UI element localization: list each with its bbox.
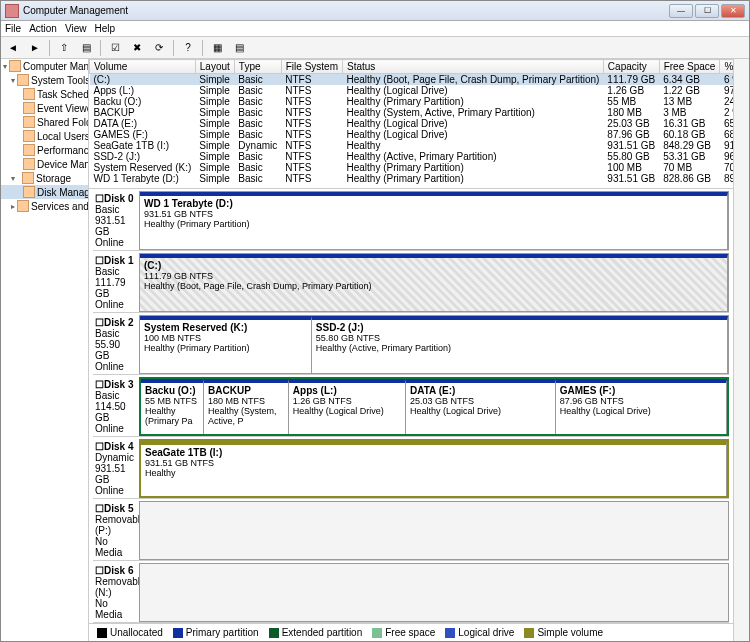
toolbar: ◄ ► ⇧ ▤ ☑ ✖ ⟳ ? ▦ ▤: [1, 37, 749, 59]
volume-row[interactable]: SeaGate 1TB (I:)SimpleDynamicNTFSHealthy…: [90, 140, 734, 151]
disk-info[interactable]: ☐Disk 6Removable (N:)No Media: [93, 563, 139, 622]
volume-row[interactable]: Backu (O:)SimpleBasicNTFSHealthy (Primar…: [90, 96, 734, 107]
volume-row[interactable]: System Reserved (K:)SimpleBasicNTFSHealt…: [90, 162, 734, 173]
volume-row[interactable]: DATA (E:)SimpleBasicNTFSHealthy (Logical…: [90, 118, 734, 129]
column-header[interactable]: Type: [234, 60, 281, 74]
column-header[interactable]: Free Space: [659, 60, 720, 74]
partition[interactable]: Backu (O:)55 MB NTFSHealthy (Primary Pa: [141, 379, 204, 434]
disk-info[interactable]: ☐Disk 1Basic111.79 GBOnline: [93, 253, 139, 312]
forward-button[interactable]: ►: [25, 39, 45, 57]
partition[interactable]: DATA (E:)25.03 GB NTFSHealthy (Logical D…: [406, 379, 556, 434]
legend-item: Unallocated: [97, 627, 163, 638]
tree-item[interactable]: Performance: [1, 143, 88, 157]
show-hide-tree-button[interactable]: ▤: [76, 39, 96, 57]
volume-row[interactable]: Apps (L:)SimpleBasicNTFSHealthy (Logical…: [90, 85, 734, 96]
tree-root[interactable]: ▾Computer Management (Local): [1, 59, 88, 73]
column-header[interactable]: Layout: [195, 60, 234, 74]
menu-file[interactable]: File: [5, 23, 21, 34]
tree-item[interactable]: ▾System Tools: [1, 73, 88, 87]
disk-graphical-view[interactable]: ☐Disk 0Basic931.51 GBOnlineWD 1 Terabyte…: [89, 189, 733, 623]
tree-item[interactable]: Shared Folders: [1, 115, 88, 129]
column-header[interactable]: File System: [281, 60, 342, 74]
view-list-icon[interactable]: ▦: [207, 39, 227, 57]
tree-item[interactable]: Task Scheduler: [1, 87, 88, 101]
tree-item[interactable]: Disk Management: [1, 185, 88, 199]
tree-item[interactable]: Local Users and Groups: [1, 129, 88, 143]
maximize-button[interactable]: ☐: [695, 4, 719, 18]
legend-item: Simple volume: [524, 627, 603, 638]
close-button[interactable]: ✕: [721, 4, 745, 18]
tree-item[interactable]: Device Manager: [1, 157, 88, 171]
app-icon: [5, 4, 19, 18]
partition[interactable]: Apps (L:)1.26 GB NTFSHealthy (Logical Dr…: [289, 379, 406, 434]
disk-info[interactable]: ☐Disk 2Basic55.90 GBOnline: [93, 315, 139, 374]
disk-info[interactable]: ☐Disk 5Removable (P:)No Media: [93, 501, 139, 560]
menu-help[interactable]: Help: [94, 23, 115, 34]
menu-view[interactable]: View: [65, 23, 87, 34]
back-button[interactable]: ◄: [3, 39, 23, 57]
disk-info[interactable]: ☐Disk 0Basic931.51 GBOnline: [93, 191, 139, 250]
column-header[interactable]: Volume: [90, 60, 196, 74]
volume-row[interactable]: (C:)SimpleBasicNTFSHealthy (Boot, Page F…: [90, 74, 734, 86]
partition[interactable]: SSD-2 (J:)55.80 GB NTFSHealthy (Active, …: [312, 316, 728, 373]
column-header[interactable]: Capacity: [603, 60, 659, 74]
help-button[interactable]: ?: [178, 39, 198, 57]
window-controls: — ☐ ✕: [669, 4, 745, 18]
volume-row[interactable]: WD 1 Terabyte (D:)SimpleBasicNTFSHealthy…: [90, 173, 734, 184]
partition[interactable]: BACKUP180 MB NTFSHealthy (System, Active…: [204, 379, 289, 434]
partition[interactable]: System Reserved (K:)100 MB NTFSHealthy (…: [140, 316, 312, 373]
legend-item: Extended partition: [269, 627, 363, 638]
actions-pane-stub: [733, 59, 749, 641]
partition[interactable]: SeaGate 1TB (I:)931.51 GB NTFSHealthy: [141, 441, 727, 496]
view-graphical-icon[interactable]: ▤: [229, 39, 249, 57]
tree-item[interactable]: ▸Services and Applications: [1, 199, 88, 213]
menu-action[interactable]: Action: [29, 23, 57, 34]
volume-row[interactable]: SSD-2 (J:)SimpleBasicNTFSHealthy (Active…: [90, 151, 734, 162]
properties-icon[interactable]: ☑: [105, 39, 125, 57]
partition[interactable]: GAMES (F:)87.96 GB NTFSHealthy (Logical …: [556, 379, 727, 434]
legend-item: Free space: [372, 627, 435, 638]
tree-item[interactable]: ▾Storage: [1, 171, 88, 185]
partition[interactable]: WD 1 Terabyte (D:)931.51 GB NTFSHealthy …: [140, 192, 728, 249]
window-title: Computer Management: [23, 5, 669, 16]
column-header[interactable]: % Free: [720, 60, 733, 74]
legend-item: Logical drive: [445, 627, 514, 638]
volume-list[interactable]: VolumeLayoutTypeFile SystemStatusCapacit…: [89, 59, 733, 189]
volume-row[interactable]: BACKUPSimpleBasicNTFSHealthy (System, Ac…: [90, 107, 734, 118]
disk-info[interactable]: ☐Disk 4Dynamic931.51 GBOnline: [93, 439, 139, 498]
partition[interactable]: (C:)111.79 GB NTFSHealthy (Boot, Page Fi…: [140, 254, 728, 311]
delete-icon[interactable]: ✖: [127, 39, 147, 57]
legend-item: Primary partition: [173, 627, 259, 638]
disk-info[interactable]: ☐Disk 3Basic114.50 GBOnline: [93, 377, 139, 436]
rescan-icon[interactable]: ⟳: [149, 39, 169, 57]
navigation-tree[interactable]: ▾Computer Management (Local) ▾System Too…: [1, 59, 89, 641]
titlebar: Computer Management — ☐ ✕: [1, 1, 749, 21]
up-button[interactable]: ⇧: [54, 39, 74, 57]
legend: UnallocatedPrimary partitionExtended par…: [89, 623, 733, 641]
menubar: File Action View Help: [1, 21, 749, 37]
tree-item[interactable]: Event Viewer: [1, 101, 88, 115]
minimize-button[interactable]: —: [669, 4, 693, 18]
volume-row[interactable]: GAMES (F:)SimpleBasicNTFSHealthy (Logica…: [90, 129, 734, 140]
column-header[interactable]: Status: [342, 60, 603, 74]
